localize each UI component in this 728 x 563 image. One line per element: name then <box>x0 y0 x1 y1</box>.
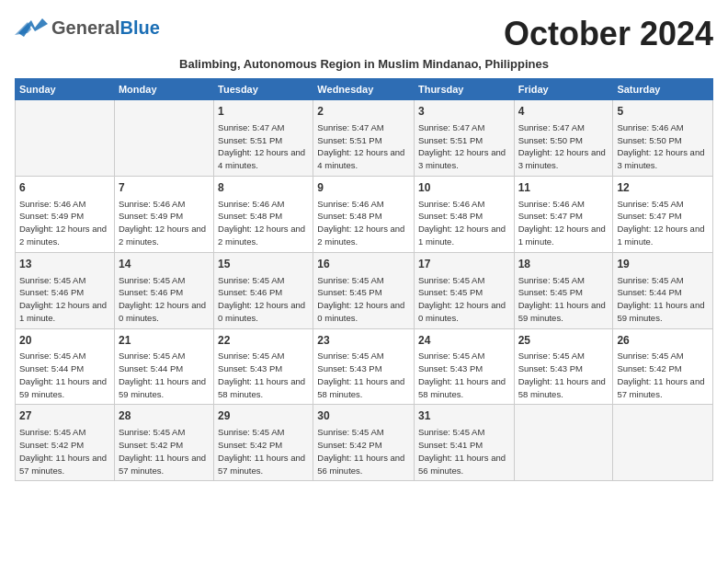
calendar-cell: 31Sunrise: 5:45 AM Sunset: 5:41 PM Dayli… <box>414 405 514 481</box>
day-info: Sunrise: 5:46 AM Sunset: 5:48 PM Dayligh… <box>218 198 309 248</box>
day-info: Sunrise: 5:45 AM Sunset: 5:42 PM Dayligh… <box>218 426 309 477</box>
day-number: 28 <box>119 408 210 424</box>
day-number: 27 <box>19 408 110 424</box>
calendar-cell: 15Sunrise: 5:45 AM Sunset: 5:46 PM Dayli… <box>214 252 313 328</box>
week-row-4: 20Sunrise: 5:45 AM Sunset: 5:44 PM Dayli… <box>16 328 713 405</box>
day-number: 5 <box>617 104 709 120</box>
calendar-table: SundayMondayTuesdayWednesdayThursdayFrid… <box>15 78 713 481</box>
day-info: Sunrise: 5:46 AM Sunset: 5:49 PM Dayligh… <box>119 198 210 248</box>
calendar-cell <box>514 405 613 481</box>
day-number: 12 <box>617 180 709 196</box>
calendar-cell: 10Sunrise: 5:46 AM Sunset: 5:48 PM Dayli… <box>414 176 514 252</box>
day-number: 11 <box>518 180 609 196</box>
calendar-cell: 1Sunrise: 5:47 AM Sunset: 5:51 PM Daylig… <box>214 100 313 177</box>
day-number: 26 <box>617 333 709 349</box>
calendar-cell: 28Sunrise: 5:45 AM Sunset: 5:42 PM Dayli… <box>114 405 213 481</box>
week-row-1: 1Sunrise: 5:47 AM Sunset: 5:51 PM Daylig… <box>16 100 713 177</box>
week-row-3: 13Sunrise: 5:45 AM Sunset: 5:46 PM Dayli… <box>16 252 713 328</box>
calendar-body: 1Sunrise: 5:47 AM Sunset: 5:51 PM Daylig… <box>16 100 713 481</box>
calendar-cell: 22Sunrise: 5:45 AM Sunset: 5:43 PM Dayli… <box>214 328 313 405</box>
day-number: 13 <box>19 257 110 272</box>
page-header: GeneralBlue October 2024 <box>15 15 713 53</box>
calendar-cell: 17Sunrise: 5:45 AM Sunset: 5:45 PM Dayli… <box>414 252 514 328</box>
header-day-wednesday: Wednesday <box>313 79 415 100</box>
calendar-cell: 24Sunrise: 5:45 AM Sunset: 5:43 PM Dayli… <box>414 328 514 405</box>
day-number: 22 <box>218 333 309 349</box>
logo-bird-icon <box>15 15 48 40</box>
day-info: Sunrise: 5:45 AM Sunset: 5:46 PM Dayligh… <box>19 274 110 325</box>
header-day-sunday: Sunday <box>16 79 115 100</box>
day-number: 20 <box>19 333 110 349</box>
calendar-cell: 21Sunrise: 5:45 AM Sunset: 5:44 PM Dayli… <box>114 328 213 405</box>
calendar-cell: 6Sunrise: 5:46 AM Sunset: 5:49 PM Daylig… <box>16 176 115 252</box>
calendar-subtitle: Balimbing, Autonomous Region in Muslim M… <box>15 57 713 71</box>
calendar-cell: 11Sunrise: 5:46 AM Sunset: 5:47 PM Dayli… <box>514 176 613 252</box>
calendar-cell: 30Sunrise: 5:45 AM Sunset: 5:42 PM Dayli… <box>313 405 415 481</box>
day-info: Sunrise: 5:45 AM Sunset: 5:46 PM Dayligh… <box>119 274 210 325</box>
day-info: Sunrise: 5:45 AM Sunset: 5:45 PM Dayligh… <box>317 274 410 325</box>
calendar-cell: 16Sunrise: 5:45 AM Sunset: 5:45 PM Dayli… <box>313 252 415 328</box>
day-info: Sunrise: 5:45 AM Sunset: 5:42 PM Dayligh… <box>119 426 210 477</box>
day-number: 4 <box>518 104 609 120</box>
calendar-cell: 9Sunrise: 5:46 AM Sunset: 5:48 PM Daylig… <box>313 176 415 252</box>
calendar-cell: 18Sunrise: 5:45 AM Sunset: 5:45 PM Dayli… <box>514 252 613 328</box>
logo-wrapper: GeneralBlue <box>15 15 160 40</box>
calendar-cell: 27Sunrise: 5:45 AM Sunset: 5:42 PM Dayli… <box>16 405 115 481</box>
day-info: Sunrise: 5:45 AM Sunset: 5:43 PM Dayligh… <box>218 350 309 400</box>
calendar-cell: 5Sunrise: 5:46 AM Sunset: 5:50 PM Daylig… <box>613 100 713 177</box>
day-info: Sunrise: 5:46 AM Sunset: 5:50 PM Dayligh… <box>617 121 709 172</box>
day-number: 18 <box>518 257 609 272</box>
day-info: Sunrise: 5:47 AM Sunset: 5:50 PM Dayligh… <box>518 121 609 172</box>
day-info: Sunrise: 5:46 AM Sunset: 5:48 PM Dayligh… <box>317 198 410 248</box>
calendar-cell: 8Sunrise: 5:46 AM Sunset: 5:48 PM Daylig… <box>214 176 313 252</box>
day-info: Sunrise: 5:46 AM Sunset: 5:49 PM Dayligh… <box>19 198 110 248</box>
day-info: Sunrise: 5:46 AM Sunset: 5:48 PM Dayligh… <box>418 198 510 248</box>
calendar-cell: 13Sunrise: 5:45 AM Sunset: 5:46 PM Dayli… <box>16 252 115 328</box>
day-number: 7 <box>119 180 210 196</box>
day-info: Sunrise: 5:45 AM Sunset: 5:44 PM Dayligh… <box>19 350 110 400</box>
day-info: Sunrise: 5:47 AM Sunset: 5:51 PM Dayligh… <box>317 121 410 172</box>
day-number: 14 <box>119 257 210 272</box>
day-number: 24 <box>418 333 510 349</box>
logo-text: GeneralBlue <box>51 17 160 39</box>
calendar-cell: 26Sunrise: 5:45 AM Sunset: 5:42 PM Dayli… <box>613 328 713 405</box>
day-info: Sunrise: 5:45 AM Sunset: 5:42 PM Dayligh… <box>317 426 410 477</box>
day-number: 2 <box>317 104 410 120</box>
calendar-cell: 29Sunrise: 5:45 AM Sunset: 5:42 PM Dayli… <box>214 405 313 481</box>
day-number: 8 <box>218 180 309 196</box>
day-info: Sunrise: 5:45 AM Sunset: 5:43 PM Dayligh… <box>518 350 609 400</box>
calendar-cell: 25Sunrise: 5:45 AM Sunset: 5:43 PM Dayli… <box>514 328 613 405</box>
day-number: 10 <box>418 180 510 196</box>
day-info: Sunrise: 5:45 AM Sunset: 5:44 PM Dayligh… <box>119 350 210 400</box>
day-number: 17 <box>418 257 510 272</box>
calendar-cell: 23Sunrise: 5:45 AM Sunset: 5:43 PM Dayli… <box>313 328 415 405</box>
week-row-2: 6Sunrise: 5:46 AM Sunset: 5:49 PM Daylig… <box>16 176 713 252</box>
day-number: 6 <box>19 180 110 196</box>
header-day-thursday: Thursday <box>414 79 514 100</box>
day-info: Sunrise: 5:47 AM Sunset: 5:51 PM Dayligh… <box>218 121 309 172</box>
header-day-monday: Monday <box>114 79 213 100</box>
day-info: Sunrise: 5:45 AM Sunset: 5:43 PM Dayligh… <box>418 350 510 400</box>
day-number: 19 <box>617 257 709 272</box>
day-number: 16 <box>317 257 410 272</box>
day-number: 25 <box>518 333 609 349</box>
header-day-saturday: Saturday <box>613 79 713 100</box>
calendar-cell: 12Sunrise: 5:45 AM Sunset: 5:47 PM Dayli… <box>613 176 713 252</box>
day-info: Sunrise: 5:45 AM Sunset: 5:46 PM Dayligh… <box>218 274 309 325</box>
header-day-tuesday: Tuesday <box>214 79 313 100</box>
day-info: Sunrise: 5:45 AM Sunset: 5:45 PM Dayligh… <box>418 274 510 325</box>
day-number: 15 <box>218 257 309 272</box>
calendar-cell: 19Sunrise: 5:45 AM Sunset: 5:44 PM Dayli… <box>613 252 713 328</box>
day-number: 23 <box>317 333 410 349</box>
day-info: Sunrise: 5:45 AM Sunset: 5:43 PM Dayligh… <box>317 350 410 400</box>
week-row-5: 27Sunrise: 5:45 AM Sunset: 5:42 PM Dayli… <box>16 405 713 481</box>
calendar-cell: 3Sunrise: 5:47 AM Sunset: 5:51 PM Daylig… <box>414 100 514 177</box>
day-info: Sunrise: 5:45 AM Sunset: 5:47 PM Dayligh… <box>617 198 709 248</box>
day-info: Sunrise: 5:45 AM Sunset: 5:45 PM Dayligh… <box>518 274 609 325</box>
day-number: 30 <box>317 408 410 424</box>
day-info: Sunrise: 5:47 AM Sunset: 5:51 PM Dayligh… <box>418 121 510 172</box>
calendar-cell: 4Sunrise: 5:47 AM Sunset: 5:50 PM Daylig… <box>514 100 613 177</box>
logo-area: GeneralBlue <box>15 15 160 40</box>
calendar-cell <box>16 100 115 177</box>
day-number: 3 <box>418 104 510 120</box>
